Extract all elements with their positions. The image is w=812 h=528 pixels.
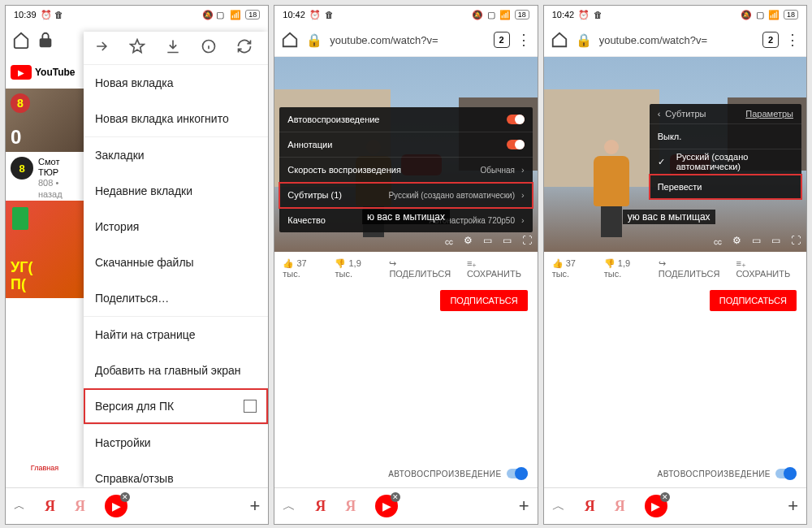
video-player[interactable]: Автовоспроизведение Аннотации Скорость в… xyxy=(274,57,537,252)
like-button[interactable]: 👍 37 тыс. xyxy=(283,258,323,279)
kebab-icon[interactable]: ⋮ xyxy=(516,31,531,49)
setting-speed[interactable]: Скорость воспроизведенияОбычная› xyxy=(279,158,532,183)
expand-up-icon[interactable]: ︿ xyxy=(14,499,25,513)
nav-home[interactable]: Главная xyxy=(6,464,84,488)
browser-dock: ︿ Я Я ▶✕ + xyxy=(544,487,806,524)
home-icon[interactable] xyxy=(551,31,568,49)
info-icon[interactable] xyxy=(201,38,217,58)
chrome-menu: Новая вкладка Новая вкладка инкогнито За… xyxy=(84,32,268,488)
yandex-icon[interactable]: Я xyxy=(585,498,595,515)
active-tab-icon[interactable]: ▶✕ xyxy=(645,495,667,517)
autoplay-toggle[interactable] xyxy=(775,469,797,478)
menu-help[interactable]: Справка/отзыв xyxy=(84,461,268,488)
menu-new-tab[interactable]: Новая вкладка xyxy=(84,65,268,101)
subtitles-translate[interactable]: Перевести xyxy=(650,175,801,199)
new-tab-icon[interactable]: + xyxy=(519,496,529,517)
menu-downloads[interactable]: Скачанные файлы xyxy=(84,245,268,280)
yandex-icon-2[interactable]: Я xyxy=(345,498,356,515)
subtitles-off[interactable]: Выкл. xyxy=(650,124,801,149)
autoplay-toggle-row: АВТОВОСПРОИЗВЕДЕНИЕ xyxy=(274,462,537,485)
close-icon[interactable]: ✕ xyxy=(660,492,670,502)
forward-icon[interactable] xyxy=(93,38,110,58)
home-icon[interactable] xyxy=(12,31,30,49)
setting-annotations[interactable]: Аннотации xyxy=(279,132,532,158)
address-bar: 🔒 youtube.com/watch?v= 2 ⋮ xyxy=(544,24,806,57)
video-list-item[interactable]: 8 Смот ТЮР 808 • назад xyxy=(6,152,84,201)
miniplayer-icon[interactable]: ▭ xyxy=(482,235,494,249)
check-icon xyxy=(658,157,670,167)
star-icon[interactable] xyxy=(129,38,145,58)
theater-icon[interactable]: ▭ xyxy=(502,235,513,249)
menu-recent-tabs[interactable]: Недавние вкладки xyxy=(84,173,268,209)
download-icon[interactable] xyxy=(165,38,181,58)
status-bar: 10:39 ⏰ 🗑 🔕 ▢ 📶 18 xyxy=(6,6,268,24)
save-button[interactable]: ≡₊ СОХРАНИТЬ xyxy=(467,258,529,279)
tab-count[interactable]: 2 xyxy=(762,32,779,48)
status-bar: 10:42⏰🗑 🔕▢📶18 xyxy=(274,6,537,24)
yandex-icon[interactable]: Я xyxy=(315,498,326,515)
cc-icon[interactable]: ㏄ xyxy=(443,235,455,249)
menu-history[interactable]: История xyxy=(84,209,268,245)
like-button[interactable]: 👍 37 тыс. xyxy=(552,258,593,279)
menu-find[interactable]: Найти на странице xyxy=(84,316,268,353)
menu-share[interactable]: Поделиться… xyxy=(84,280,268,316)
youtube-bottom-nav: Главная xyxy=(6,464,84,488)
yandex-icon-2[interactable]: Я xyxy=(615,498,625,515)
gear-icon[interactable]: ⚙ xyxy=(463,235,474,249)
cc-icon[interactable]: ㏄ xyxy=(712,235,723,249)
trash-icon: 🗑 xyxy=(54,10,64,19)
reload-icon[interactable] xyxy=(236,38,253,58)
fullscreen-icon[interactable]: ⛶ xyxy=(521,235,533,249)
active-tab-icon[interactable]: ▶✕ xyxy=(105,495,127,517)
yandex-icon[interactable]: Я xyxy=(45,498,55,515)
channel-avatar-icon: 8 xyxy=(11,157,33,180)
theater-icon[interactable]: ▭ xyxy=(771,235,782,249)
subtitles-russian[interactable]: Русский (создано автоматически) xyxy=(650,149,801,175)
menu-add-home[interactable]: Добавить на главный экран xyxy=(84,353,268,388)
url-text[interactable]: youtube.com/watch?v= xyxy=(330,34,486,46)
subscribe-button[interactable]: ПОДПИСАТЬСЯ xyxy=(710,290,797,311)
setting-autoplay[interactable]: Автовоспроизведение xyxy=(279,107,532,132)
kebab-icon[interactable]: ⋮ xyxy=(785,31,800,49)
home-icon[interactable] xyxy=(281,31,299,49)
toggle-on-icon[interactable] xyxy=(507,140,525,149)
menu-bookmarks[interactable]: Закладки xyxy=(84,136,268,173)
toggle-on-icon[interactable] xyxy=(507,115,525,124)
save-button[interactable]: ≡₊ СОХРАНИТЬ xyxy=(736,258,798,279)
gear-icon[interactable]: ⚙ xyxy=(732,235,743,249)
lock-icon xyxy=(37,31,54,49)
miniplayer-icon[interactable]: ▭ xyxy=(751,235,762,249)
share-button[interactable]: ↪ ПОДЕЛИТЬСЯ xyxy=(389,258,456,279)
url-text[interactable]: youtube.com/watch?v= xyxy=(599,34,756,46)
dnd-icon: 🔕 xyxy=(202,10,212,19)
close-icon[interactable]: ✕ xyxy=(120,492,130,502)
params-link[interactable]: Параметры xyxy=(745,109,793,119)
autoplay-toggle[interactable] xyxy=(507,469,528,478)
yandex-icon-2[interactable]: Я xyxy=(75,498,85,515)
setting-subtitles[interactable]: Субтитры (1)Русский (создано автоматичес… xyxy=(279,183,532,208)
youtube-logo[interactable]: ▶ YouTube xyxy=(6,56,84,89)
chevron-left-icon[interactable]: ‹ xyxy=(658,109,661,119)
video-thumbnail-1[interactable]: 8 0 xyxy=(6,89,84,152)
fullscreen-icon[interactable]: ⛶ xyxy=(790,235,801,249)
browser-dock: ︿ Я Я ▶✕ + xyxy=(274,487,537,524)
dislike-button[interactable]: 👎 1,9 тыс. xyxy=(604,258,647,279)
battery-box-icon: ▢ xyxy=(216,10,226,19)
new-tab-icon[interactable]: + xyxy=(249,496,260,517)
menu-settings[interactable]: Настройки xyxy=(84,424,268,461)
channel-badge-icon: 8 xyxy=(11,93,30,113)
dislike-button[interactable]: 👎 1,9 тыс. xyxy=(335,258,378,279)
share-button[interactable]: ↪ ПОДЕЛИТЬСЯ xyxy=(659,258,725,279)
active-tab-icon[interactable]: ▶✕ xyxy=(375,495,398,517)
expand-up-icon[interactable]: ︿ xyxy=(283,498,296,515)
expand-up-icon[interactable]: ︿ xyxy=(552,498,565,515)
menu-new-incognito[interactable]: Новая вкладка инкогнито xyxy=(84,101,268,136)
close-icon[interactable]: ✕ xyxy=(391,492,400,502)
new-tab-icon[interactable]: + xyxy=(788,496,798,517)
desktop-checkbox[interactable] xyxy=(244,400,257,413)
subscribe-button[interactable]: ПОДПИСАТЬСЯ xyxy=(440,290,527,311)
video-thumbnail-2[interactable]: УГ( П( xyxy=(6,201,84,298)
video-player[interactable]: ‹ Субтитры Параметры Выкл. Русский (созд… xyxy=(544,57,806,252)
tab-count[interactable]: 2 xyxy=(494,32,510,48)
menu-desktop-site[interactable]: Версия для ПК xyxy=(84,388,268,424)
